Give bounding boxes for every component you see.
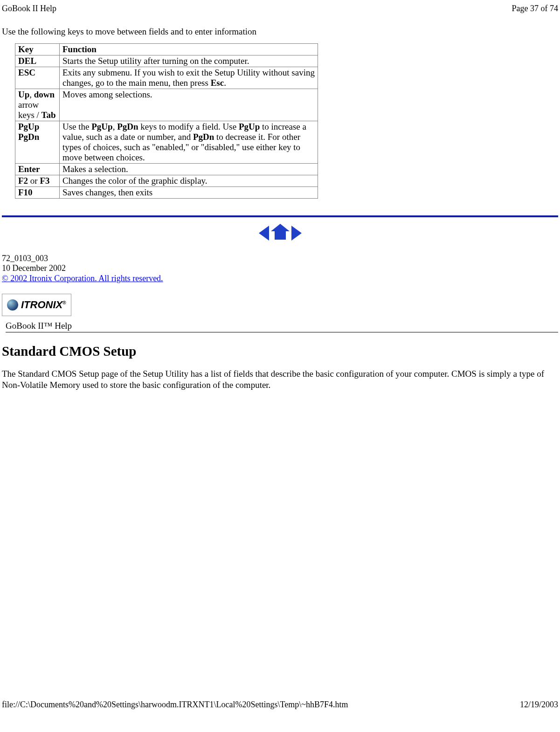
key-cell: F10	[15, 187, 60, 199]
nav-prev-icon[interactable]	[259, 226, 269, 241]
table-row: DELStarts the Setup utility after turnin…	[15, 55, 318, 67]
key-cell: PgUp PgDn	[15, 121, 60, 164]
function-cell: Starts the Setup utility after turning o…	[60, 55, 318, 67]
key-cell: Up, down arrow keys / Tab	[15, 89, 60, 121]
brand-logo: ITRONIX®	[2, 294, 71, 316]
nav-bar	[2, 226, 558, 241]
copyright-link[interactable]: © 2002 Itronix Corporation. All rights r…	[2, 274, 163, 283]
function-cell: Use the PgUp, PgDn keys to modify a fiel…	[60, 121, 318, 164]
section-divider	[2, 215, 558, 217]
doc-date: 10 December 2002	[2, 263, 558, 273]
function-cell: Moves among selections.	[60, 89, 318, 121]
help-label: GoBook II™ Help	[6, 321, 558, 332]
doc-title: GoBook II Help	[2, 4, 56, 14]
function-cell: Exits any submenu. If you wish to exit t…	[60, 67, 318, 89]
table-row: EnterMakes a selection.	[15, 164, 318, 175]
doc-number: 72_0103_003	[2, 254, 558, 263]
footer-path: file://C:\Documents%20and%20Settings\har…	[2, 700, 348, 710]
table-row: F2 or F3Changes the color of the graphic…	[15, 175, 318, 187]
function-cell: Changes the color of the graphic display…	[60, 175, 318, 187]
table-row: F10Saves changes, then exits	[15, 187, 318, 199]
key-cell: F2 or F3	[15, 175, 60, 187]
key-cell: Enter	[15, 164, 60, 175]
key-function-table: Key Function DELStarts the Setup utility…	[15, 43, 318, 199]
function-cell: Saves changes, then exits	[60, 187, 318, 199]
nav-next-icon[interactable]	[291, 226, 302, 241]
key-cell: DEL	[15, 55, 60, 67]
brand-text: ITRONIX®	[21, 299, 66, 311]
intro-text: Use the following keys to move between f…	[2, 27, 558, 37]
globe-icon	[7, 299, 18, 311]
section-heading: Standard CMOS Setup	[2, 344, 558, 359]
table-row: ESCExits any submenu. If you wish to exi…	[15, 67, 318, 89]
table-header-row: Key Function	[15, 44, 318, 55]
key-cell: ESC	[15, 67, 60, 89]
th-key: Key	[15, 44, 60, 55]
section-body: The Standard CMOS Setup page of the Setu…	[2, 368, 558, 391]
nav-home-icon[interactable]	[272, 226, 289, 241]
pagination: Page 37 of 74	[512, 4, 558, 14]
th-function: Function	[60, 44, 318, 55]
footer-date: 12/19/2003	[520, 700, 558, 710]
table-row: Up, down arrow keys / TabMoves among sel…	[15, 89, 318, 121]
table-row: PgUp PgDnUse the PgUp, PgDn keys to modi…	[15, 121, 318, 164]
function-cell: Makes a selection.	[60, 164, 318, 175]
